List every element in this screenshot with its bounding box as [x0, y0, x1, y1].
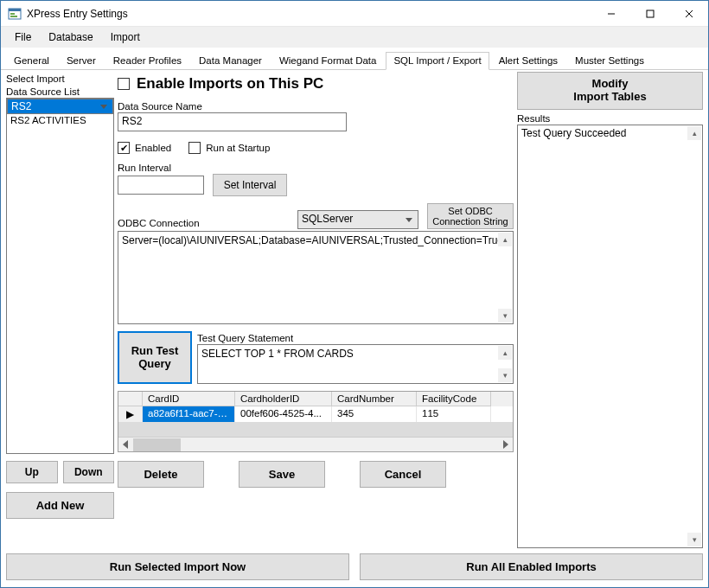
window-controls — [591, 1, 708, 26]
down-button[interactable]: Down — [63, 461, 115, 483]
run-all-imports-button[interactable]: Run All Enabled Imports — [360, 553, 703, 580]
enabled-checkbox[interactable] — [118, 142, 130, 154]
minimize-button[interactable] — [591, 1, 630, 26]
middle-column: Enable Imports on This PC Data Source Na… — [118, 72, 514, 548]
table-filler-row — [118, 422, 513, 437]
tab-muster-settings[interactable]: Muster Settings — [567, 52, 652, 70]
app-icon — [8, 7, 22, 21]
svg-rect-3 — [10, 16, 17, 17]
test-query-textarea[interactable]: SELECT TOP 1 * FROM CARDS ▴ ▾ — [197, 344, 514, 384]
scroll-up-icon[interactable]: ▴ — [498, 233, 512, 246]
set-odbc-button[interactable]: Set ODBC Connection String — [427, 203, 514, 229]
right-column: Modify Import Tables Results Test Query … — [517, 72, 703, 548]
results-table[interactable]: CardID CardholderID CardNumber FacilityC… — [118, 391, 514, 452]
col-cardid[interactable]: CardID — [143, 392, 235, 406]
set-odbc-label-2: Connection String — [428, 216, 513, 227]
modify-label-1: Modify — [592, 78, 629, 91]
scroll-down-icon[interactable]: ▾ — [498, 309, 512, 323]
window-title: XPress Entry Settings — [27, 8, 591, 20]
cell-facilitycode[interactable]: 115 — [417, 406, 491, 422]
results-label: Results — [517, 113, 703, 124]
menu-database[interactable]: Database — [40, 29, 101, 46]
tab-wiegand[interactable]: Wiegand Format Data — [271, 52, 385, 70]
results-text: Test Query Succeeded — [521, 127, 626, 139]
modify-label-2: Import Tables — [573, 91, 646, 104]
svg-rect-1 — [9, 9, 21, 11]
bottom-buttons: Run Selected Import Now Run All Enabled … — [1, 553, 708, 587]
maximize-button[interactable] — [630, 1, 669, 26]
run-at-startup-label: Run at Startup — [206, 143, 270, 153]
cell-cardholderid[interactable]: 00fef606-4525-4... — [235, 406, 332, 422]
enable-imports-label: Enable Imports on This PC — [137, 75, 323, 93]
tab-server[interactable]: Server — [59, 52, 104, 70]
data-source-name-input[interactable]: RS2 — [118, 112, 347, 131]
run-test-query-button[interactable]: Run Test Query — [118, 331, 192, 384]
add-new-button[interactable]: Add New — [6, 492, 114, 519]
tab-general[interactable]: General — [6, 52, 57, 70]
cell-cardnumber[interactable]: 345 — [332, 406, 417, 422]
modify-import-tables-button[interactable]: Modify Import Tables — [517, 72, 703, 110]
scroll-down-icon[interactable]: ▾ — [687, 533, 701, 546]
cancel-button[interactable]: Cancel — [360, 461, 446, 488]
enabled-label: Enabled — [135, 143, 171, 153]
menu-import[interactable]: Import — [102, 29, 149, 46]
run-test-label-1: Run Test — [131, 345, 179, 358]
tab-reader-profiles[interactable]: Reader Profiles — [105, 52, 189, 70]
odbc-connection-label: ODBC Connection — [118, 218, 289, 228]
run-interval-label: Run Interval — [118, 163, 514, 173]
run-selected-import-button[interactable]: Run Selected Import Now — [6, 553, 349, 580]
col-cardnumber[interactable]: CardNumber — [332, 392, 417, 406]
list-item[interactable]: RS2 — [7, 99, 113, 114]
scroll-up-icon[interactable]: ▴ — [687, 126, 701, 140]
svg-rect-2 — [10, 13, 15, 15]
save-button[interactable]: Save — [239, 461, 325, 488]
col-facilitycode[interactable]: FacilityCode — [417, 392, 491, 406]
scroll-thumb[interactable] — [133, 438, 181, 451]
data-source-list-label: Data Source List — [6, 86, 114, 97]
tab-sql-import-export[interactable]: SQL Import / Export — [386, 52, 489, 70]
list-item[interactable]: RS2 ACTIVITIES — [7, 114, 113, 126]
left-column: Select Import Data Source List RS2 RS2 A… — [6, 72, 114, 548]
content: Select Import Data Source List RS2 RS2 A… — [1, 70, 708, 553]
scroll-up-icon[interactable]: ▴ — [498, 346, 512, 360]
run-at-startup-checkbox[interactable] — [188, 142, 201, 154]
col-marker[interactable] — [118, 392, 143, 406]
row-marker: ▶ — [118, 406, 143, 422]
odbc-driver-select[interactable]: SQLServer — [297, 210, 418, 229]
set-odbc-label-1: Set ODBC — [428, 206, 513, 216]
test-query-value: SELECT TOP 1 * FROM CARDS — [201, 348, 354, 360]
data-source-name-label: Data Source Name — [118, 101, 514, 112]
svg-rect-5 — [647, 10, 654, 17]
scroll-down-icon[interactable]: ▾ — [498, 368, 512, 382]
run-interval-input[interactable] — [118, 176, 204, 195]
results-textarea[interactable]: Test Query Succeeded ▴ ▾ — [517, 125, 703, 548]
close-button[interactable] — [669, 1, 708, 26]
table-hscroll[interactable] — [118, 437, 513, 451]
titlebar: XPress Entry Settings — [1, 1, 708, 27]
set-interval-button[interactable]: Set Interval — [213, 174, 287, 196]
menubar: File Database Import — [1, 27, 708, 48]
up-button[interactable]: Up — [6, 461, 58, 483]
test-query-label: Test Query Statement — [197, 333, 514, 343]
tabbar: General Server Reader Profiles Data Mana… — [1, 48, 708, 70]
delete-button[interactable]: Delete — [118, 461, 204, 488]
data-source-list[interactable]: RS2 RS2 ACTIVITIES — [6, 98, 114, 454]
table-row[interactable]: ▶ a82a6f11-aac7-4... 00fef606-4525-4... … — [118, 406, 513, 422]
tab-data-manager[interactable]: Data Manager — [191, 52, 270, 70]
run-test-label-2: Query — [138, 358, 171, 371]
cell-cardid[interactable]: a82a6f11-aac7-4... — [143, 406, 235, 422]
connection-string-textarea[interactable]: Server=(local)\AIUNIVERSAL;Database=AIUN… — [118, 231, 514, 324]
app-window: XPress Entry Settings File Database Impo… — [0, 0, 709, 588]
tab-alert-settings[interactable]: Alert Settings — [491, 52, 565, 70]
select-import-label: Select Import — [6, 74, 114, 84]
connection-string-value: Server=(local)\AIUNIVERSAL;Database=AIUN… — [122, 234, 506, 246]
enable-imports-checkbox[interactable] — [118, 78, 130, 90]
menu-file[interactable]: File — [6, 29, 40, 46]
col-cardholderid[interactable]: CardholderID — [235, 392, 332, 406]
table-header: CardID CardholderID CardNumber FacilityC… — [118, 392, 513, 406]
